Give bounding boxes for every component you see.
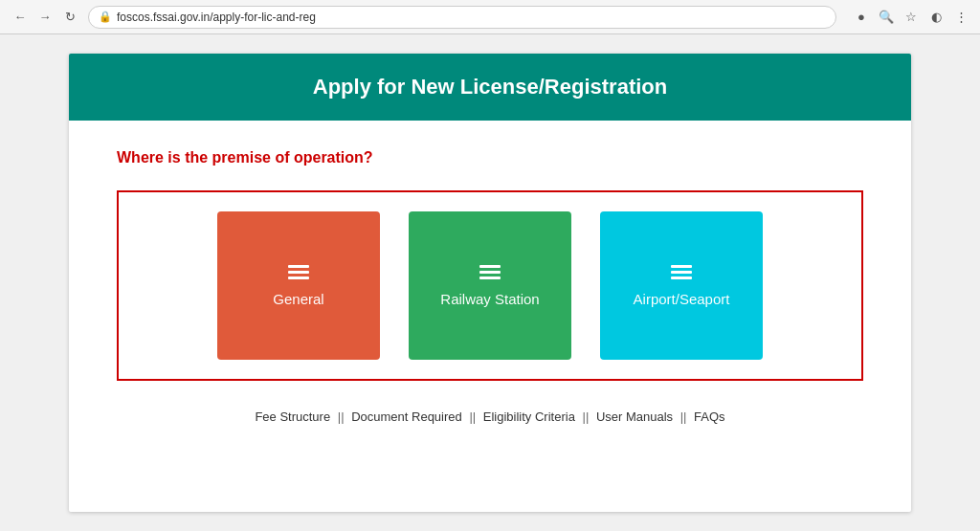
browser-chrome: ← → ↻ 🔒 foscos.fssai.gov.in/apply-for-li…: [0, 0, 980, 34]
google-account-icon[interactable]: ●: [852, 8, 871, 27]
lock-icon: 🔒: [99, 11, 112, 23]
airport-card-label: Airport/Seaport: [634, 291, 730, 307]
page-wrapper: Apply for New License/Registration Where…: [0, 34, 980, 531]
forward-button[interactable]: →: [34, 7, 56, 28]
menu-icon[interactable]: ⋮: [951, 8, 970, 27]
bookmark-icon[interactable]: ☆: [902, 8, 921, 27]
eligibility-criteria-link[interactable]: Eligibility Criteria: [483, 409, 575, 424]
faqs-link[interactable]: FAQs: [694, 409, 725, 424]
fee-structure-link[interactable]: Fee Structure: [255, 409, 330, 424]
general-card[interactable]: General: [217, 211, 380, 360]
page-title: Apply for New License/Registration: [88, 75, 892, 100]
railway-station-card[interactable]: Railway Station: [409, 211, 571, 360]
airport-card-icon: [671, 265, 692, 279]
page-content: Apply for New License/Registration Where…: [69, 54, 911, 512]
separator-1: ||: [338, 409, 345, 424]
railway-card-label: Railway Station: [440, 291, 539, 307]
zoom-icon[interactable]: 🔍: [877, 8, 896, 27]
extensions-icon[interactable]: ◐: [926, 8, 946, 27]
cards-container: General Railway Station Airport/Seaport: [117, 190, 863, 381]
reload-button[interactable]: ↻: [59, 7, 80, 28]
separator-3: ||: [583, 409, 590, 424]
main-content: Where is the premise of operation? Gener…: [69, 121, 911, 448]
footer-links: Fee Structure || Document Required || El…: [117, 405, 863, 429]
url-text: foscos.fssai.gov.in/apply-for-lic-and-re…: [117, 11, 316, 24]
address-bar[interactable]: 🔒 foscos.fssai.gov.in/apply-for-lic-and-…: [88, 6, 836, 29]
general-card-icon: [288, 265, 309, 279]
document-required-link[interactable]: Document Required: [351, 409, 462, 424]
user-manuals-link[interactable]: User Manuals: [596, 409, 673, 424]
separator-4: ||: [680, 409, 687, 424]
page-header: Apply for New License/Registration: [69, 54, 911, 121]
back-button[interactable]: ←: [10, 7, 31, 28]
general-card-label: General: [273, 291, 323, 307]
nav-buttons: ← → ↻: [10, 7, 80, 28]
railway-card-icon: [479, 265, 501, 279]
browser-actions: ● 🔍 ☆ ◐ ⋮: [852, 8, 970, 27]
airport-seaport-card[interactable]: Airport/Seaport: [600, 211, 763, 360]
separator-2: ||: [469, 409, 476, 424]
question-label: Where is the premise of operation?: [117, 149, 863, 166]
